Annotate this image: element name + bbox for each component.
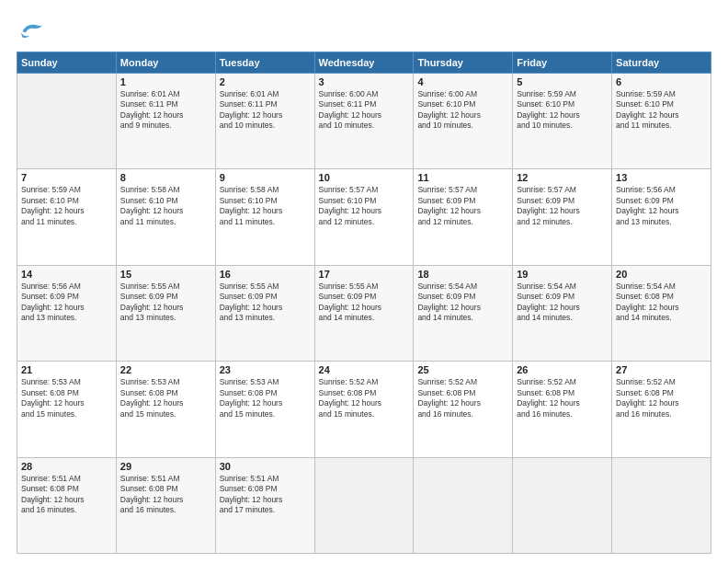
weekday-header-thursday: Thursday bbox=[414, 52, 513, 74]
day-info: Sunrise: 5:58 AM Sunset: 6:10 PM Dayligh… bbox=[220, 185, 311, 227]
week-row-3: 14Sunrise: 5:56 AM Sunset: 6:09 PM Dayli… bbox=[17, 265, 711, 361]
day-number: 27 bbox=[616, 364, 707, 375]
day-number: 4 bbox=[417, 76, 508, 87]
calendar-cell: 8Sunrise: 5:58 AM Sunset: 6:10 PM Daylig… bbox=[116, 169, 215, 265]
weekday-header-friday: Friday bbox=[513, 52, 612, 74]
calendar-cell: 11Sunrise: 5:57 AM Sunset: 6:09 PM Dayli… bbox=[414, 169, 513, 265]
day-info: Sunrise: 5:57 AM Sunset: 6:09 PM Dayligh… bbox=[517, 185, 608, 227]
calendar-cell: 15Sunrise: 5:55 AM Sunset: 6:09 PM Dayli… bbox=[116, 265, 215, 361]
calendar-cell: 28Sunrise: 5:51 AM Sunset: 6:08 PM Dayli… bbox=[17, 457, 117, 553]
day-number: 19 bbox=[517, 269, 608, 280]
calendar-cell: 21Sunrise: 5:53 AM Sunset: 6:08 PM Dayli… bbox=[17, 362, 117, 457]
day-number: 21 bbox=[21, 364, 112, 375]
weekday-header-sunday: Sunday bbox=[17, 52, 117, 74]
calendar-cell: 4Sunrise: 6:00 AM Sunset: 6:10 PM Daylig… bbox=[414, 74, 513, 169]
calendar-cell: 25Sunrise: 5:52 AM Sunset: 6:08 PM Dayli… bbox=[414, 362, 513, 457]
day-number: 12 bbox=[517, 172, 608, 183]
day-number: 18 bbox=[417, 269, 508, 280]
day-info: Sunrise: 5:57 AM Sunset: 6:09 PM Dayligh… bbox=[417, 185, 508, 227]
header bbox=[17, 17, 711, 42]
day-info: Sunrise: 5:59 AM Sunset: 6:10 PM Dayligh… bbox=[21, 185, 112, 227]
day-info: Sunrise: 6:00 AM Sunset: 6:11 PM Dayligh… bbox=[319, 89, 410, 132]
day-number: 3 bbox=[319, 76, 410, 87]
calendar-cell bbox=[513, 457, 612, 553]
day-info: Sunrise: 5:59 AM Sunset: 6:10 PM Dayligh… bbox=[517, 89, 608, 132]
day-info: Sunrise: 5:54 AM Sunset: 6:09 PM Dayligh… bbox=[417, 282, 508, 324]
day-info: Sunrise: 5:58 AM Sunset: 6:10 PM Dayligh… bbox=[120, 185, 211, 227]
day-info: Sunrise: 5:59 AM Sunset: 6:10 PM Dayligh… bbox=[616, 89, 707, 132]
calendar-cell: 18Sunrise: 5:54 AM Sunset: 6:09 PM Dayli… bbox=[414, 265, 513, 361]
weekday-header-saturday: Saturday bbox=[612, 52, 711, 74]
weekday-header-row: SundayMondayTuesdayWednesdayThursdayFrid… bbox=[17, 52, 711, 74]
day-info: Sunrise: 5:52 AM Sunset: 6:08 PM Dayligh… bbox=[616, 377, 707, 419]
calendar-cell: 13Sunrise: 5:56 AM Sunset: 6:09 PM Dayli… bbox=[612, 169, 711, 265]
calendar-cell: 3Sunrise: 6:00 AM Sunset: 6:11 PM Daylig… bbox=[314, 74, 414, 169]
calendar-cell: 24Sunrise: 5:52 AM Sunset: 6:08 PM Dayli… bbox=[314, 362, 414, 457]
calendar-cell: 14Sunrise: 5:56 AM Sunset: 6:09 PM Dayli… bbox=[17, 265, 117, 361]
day-number: 2 bbox=[220, 76, 311, 87]
day-info: Sunrise: 5:52 AM Sunset: 6:08 PM Dayligh… bbox=[517, 377, 608, 419]
day-info: Sunrise: 5:53 AM Sunset: 6:08 PM Dayligh… bbox=[220, 377, 311, 419]
day-number: 20 bbox=[616, 269, 707, 280]
day-number: 8 bbox=[120, 172, 211, 183]
day-info: Sunrise: 5:56 AM Sunset: 6:09 PM Dayligh… bbox=[21, 282, 112, 324]
day-info: Sunrise: 6:00 AM Sunset: 6:10 PM Dayligh… bbox=[417, 89, 508, 132]
day-number: 16 bbox=[220, 269, 311, 280]
day-number: 5 bbox=[517, 76, 608, 87]
logo-bird-icon bbox=[17, 17, 46, 42]
day-number: 29 bbox=[120, 461, 211, 472]
calendar-cell: 22Sunrise: 5:53 AM Sunset: 6:08 PM Dayli… bbox=[116, 362, 215, 457]
calendar-cell: 7Sunrise: 5:59 AM Sunset: 6:10 PM Daylig… bbox=[17, 169, 117, 265]
calendar-cell: 16Sunrise: 5:55 AM Sunset: 6:09 PM Dayli… bbox=[215, 265, 314, 361]
day-number: 24 bbox=[319, 364, 410, 375]
day-number: 26 bbox=[517, 364, 608, 375]
day-info: Sunrise: 5:52 AM Sunset: 6:08 PM Dayligh… bbox=[319, 377, 410, 419]
day-info: Sunrise: 5:54 AM Sunset: 6:08 PM Dayligh… bbox=[616, 282, 707, 324]
day-info: Sunrise: 5:54 AM Sunset: 6:09 PM Dayligh… bbox=[517, 282, 608, 324]
day-info: Sunrise: 5:55 AM Sunset: 6:09 PM Dayligh… bbox=[220, 282, 311, 324]
calendar-cell bbox=[612, 457, 711, 553]
day-number: 7 bbox=[21, 172, 112, 183]
logo bbox=[17, 17, 50, 42]
day-number: 15 bbox=[120, 269, 211, 280]
calendar-cell: 26Sunrise: 5:52 AM Sunset: 6:08 PM Dayli… bbox=[513, 362, 612, 457]
calendar-cell: 5Sunrise: 5:59 AM Sunset: 6:10 PM Daylig… bbox=[513, 74, 612, 169]
weekday-header-wednesday: Wednesday bbox=[314, 52, 414, 74]
week-row-2: 7Sunrise: 5:59 AM Sunset: 6:10 PM Daylig… bbox=[17, 169, 711, 265]
day-number: 14 bbox=[21, 269, 112, 280]
calendar-cell: 19Sunrise: 5:54 AM Sunset: 6:09 PM Dayli… bbox=[513, 265, 612, 361]
day-info: Sunrise: 5:51 AM Sunset: 6:08 PM Dayligh… bbox=[21, 474, 112, 516]
calendar-cell: 20Sunrise: 5:54 AM Sunset: 6:08 PM Dayli… bbox=[612, 265, 711, 361]
day-number: 25 bbox=[417, 364, 508, 375]
calendar-cell: 6Sunrise: 5:59 AM Sunset: 6:10 PM Daylig… bbox=[612, 74, 711, 169]
calendar-cell: 12Sunrise: 5:57 AM Sunset: 6:09 PM Dayli… bbox=[513, 169, 612, 265]
day-number: 30 bbox=[220, 461, 311, 472]
calendar-table: SundayMondayTuesdayWednesdayThursdayFrid… bbox=[17, 52, 711, 554]
calendar-cell: 2Sunrise: 6:01 AM Sunset: 6:11 PM Daylig… bbox=[215, 74, 314, 169]
day-number: 11 bbox=[417, 172, 508, 183]
calendar-cell: 10Sunrise: 5:57 AM Sunset: 6:10 PM Dayli… bbox=[314, 169, 414, 265]
calendar-cell: 23Sunrise: 5:53 AM Sunset: 6:08 PM Dayli… bbox=[215, 362, 314, 457]
weekday-header-tuesday: Tuesday bbox=[215, 52, 314, 74]
week-row-5: 28Sunrise: 5:51 AM Sunset: 6:08 PM Dayli… bbox=[17, 457, 711, 553]
day-info: Sunrise: 5:53 AM Sunset: 6:08 PM Dayligh… bbox=[21, 377, 112, 419]
day-info: Sunrise: 6:01 AM Sunset: 6:11 PM Dayligh… bbox=[220, 89, 311, 132]
day-number: 22 bbox=[120, 364, 211, 375]
day-number: 6 bbox=[616, 76, 707, 87]
calendar-cell: 9Sunrise: 5:58 AM Sunset: 6:10 PM Daylig… bbox=[215, 169, 314, 265]
day-number: 10 bbox=[319, 172, 410, 183]
day-info: Sunrise: 5:51 AM Sunset: 6:08 PM Dayligh… bbox=[220, 474, 311, 516]
day-info: Sunrise: 5:55 AM Sunset: 6:09 PM Dayligh… bbox=[319, 282, 410, 324]
day-info: Sunrise: 5:52 AM Sunset: 6:08 PM Dayligh… bbox=[417, 377, 508, 419]
day-info: Sunrise: 5:57 AM Sunset: 6:10 PM Dayligh… bbox=[319, 185, 410, 227]
day-info: Sunrise: 5:53 AM Sunset: 6:08 PM Dayligh… bbox=[120, 377, 211, 419]
calendar-cell: 17Sunrise: 5:55 AM Sunset: 6:09 PM Dayli… bbox=[314, 265, 414, 361]
day-number: 23 bbox=[220, 364, 311, 375]
calendar-cell: 29Sunrise: 5:51 AM Sunset: 6:08 PM Dayli… bbox=[116, 457, 215, 553]
day-number: 1 bbox=[120, 76, 211, 87]
day-info: Sunrise: 5:51 AM Sunset: 6:08 PM Dayligh… bbox=[120, 474, 211, 516]
day-number: 28 bbox=[21, 461, 112, 472]
day-info: Sunrise: 5:55 AM Sunset: 6:09 PM Dayligh… bbox=[120, 282, 211, 324]
week-row-1: 1Sunrise: 6:01 AM Sunset: 6:11 PM Daylig… bbox=[17, 74, 711, 169]
day-number: 9 bbox=[220, 172, 311, 183]
